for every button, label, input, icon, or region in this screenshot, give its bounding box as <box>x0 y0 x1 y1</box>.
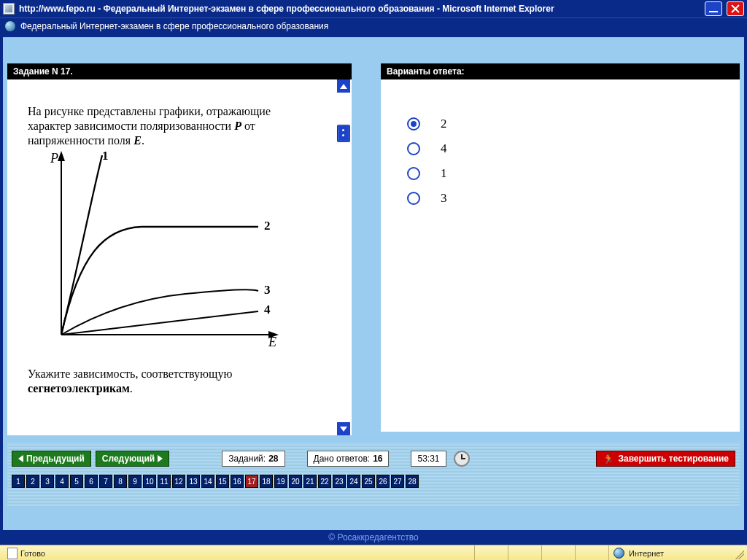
timer-value: 53:31 <box>417 454 439 464</box>
clock-icon <box>454 451 470 467</box>
finish-test-button[interactable]: 🏃 Завершить тестирование <box>596 451 735 467</box>
runner-icon: 🏃 <box>603 454 614 464</box>
close-button[interactable] <box>727 1 744 16</box>
question-nav-18[interactable]: 18 <box>260 475 273 488</box>
next-button[interactable]: Следующий <box>96 451 169 467</box>
info-button[interactable] <box>337 125 350 142</box>
question-number-row: 1234567891011121314151617181920212223242… <box>12 475 735 488</box>
next-label: Следующий <box>102 454 155 464</box>
document-icon <box>7 548 18 559</box>
question-nav-12[interactable]: 12 <box>172 475 185 488</box>
total-tasks-label: Заданий: <box>228 454 266 464</box>
question-nav-2[interactable]: 2 <box>26 475 39 488</box>
prev-label: Предыдущий <box>26 454 85 464</box>
total-tasks-box: Заданий: 28 <box>222 451 285 467</box>
graph-figure: P E 4 3 2 1 <box>39 151 280 348</box>
question-nav-23[interactable]: 23 <box>333 475 346 488</box>
answers-list: 2413 <box>381 79 740 211</box>
question-nav-24[interactable]: 24 <box>347 475 360 488</box>
question-nav-7[interactable]: 7 <box>99 475 112 488</box>
question-nav-15[interactable]: 15 <box>216 475 229 488</box>
question-nav-17[interactable]: 17 <box>245 475 258 488</box>
status-cell-2 <box>474 545 508 560</box>
question-followup: Укажите зависимость, соответствующую сег… <box>7 351 337 396</box>
question-nav-3[interactable]: 3 <box>41 475 54 488</box>
answer-label: 2 <box>441 117 447 131</box>
status-cell-3 <box>508 545 541 560</box>
status-zone-cell: Интернет <box>608 545 732 560</box>
curve-3-label: 3 <box>264 283 271 297</box>
scroll-down-button[interactable] <box>337 422 350 435</box>
question-nav-6[interactable]: 6 <box>85 475 98 488</box>
question-nav-4[interactable]: 4 <box>55 475 69 488</box>
zone-label: Интернет <box>629 549 664 558</box>
question-body: На рисунке представлены графики, отражаю… <box>7 79 337 435</box>
curve-2-label: 2 <box>264 219 271 233</box>
answer-label: 1 <box>441 166 447 181</box>
y-axis-label: P <box>50 151 58 166</box>
symbol-E: E <box>133 134 142 147</box>
total-tasks-value: 28 <box>268 454 278 464</box>
answer-label: 4 <box>441 141 447 156</box>
ie-page-icon <box>3 3 15 15</box>
radio-icon[interactable] <box>407 167 420 180</box>
answer-option[interactable]: 3 <box>407 186 732 211</box>
question-nav-11[interactable]: 11 <box>158 475 171 488</box>
question-nav-10[interactable]: 10 <box>143 475 156 488</box>
question-nav-19[interactable]: 19 <box>274 475 287 488</box>
question-nav-21[interactable]: 21 <box>303 475 317 488</box>
internet-zone-icon <box>614 548 624 559</box>
radio-icon[interactable] <box>407 117 420 131</box>
question-nav-1[interactable]: 1 <box>12 475 25 488</box>
question-nav-20[interactable]: 20 <box>289 475 302 488</box>
curve-4-label: 4 <box>264 303 271 316</box>
followup-tail: . <box>130 382 133 394</box>
question-nav-8[interactable]: 8 <box>114 475 127 488</box>
question-nav-22[interactable]: 22 <box>318 475 331 488</box>
resize-grip-icon[interactable] <box>732 548 744 559</box>
answer-option[interactable]: 4 <box>407 136 732 161</box>
globe-icon <box>4 20 16 32</box>
question-header: Задание N 17. <box>7 63 352 79</box>
status-cell-5 <box>575 545 608 560</box>
svg-line-4 <box>61 311 258 335</box>
question-nav-25[interactable]: 25 <box>362 475 375 488</box>
question-text-tail: . <box>142 134 144 147</box>
question-nav-27[interactable]: 27 <box>391 475 404 488</box>
question-nav-16[interactable]: 16 <box>231 475 244 488</box>
answer-option[interactable]: 2 <box>407 112 732 136</box>
question-nav-5[interactable]: 5 <box>70 475 83 488</box>
answered-box: Дано ответов: 16 <box>307 451 390 467</box>
prev-button[interactable]: Предыдущий <box>12 451 91 467</box>
question-nav-13[interactable]: 13 <box>187 475 200 488</box>
answer-option[interactable]: 1 <box>407 161 732 186</box>
chevron-left-icon <box>18 455 23 462</box>
scroll-up-button[interactable] <box>337 79 350 93</box>
minimize-button[interactable] <box>705 1 722 16</box>
answered-label: Дано ответов: <box>314 454 371 464</box>
status-ready-cell: Готово <box>3 545 474 560</box>
status-bar: Готово Интернет <box>0 545 747 560</box>
radio-icon[interactable] <box>407 192 420 205</box>
answered-value: 16 <box>373 454 382 464</box>
answers-panel: Варианты ответа: 2413 <box>381 63 740 432</box>
svg-marker-1 <box>58 151 65 161</box>
radio-icon[interactable] <box>407 142 420 155</box>
question-nav-14[interactable]: 14 <box>201 475 214 488</box>
question-panel: Задание N 17. На рисунке представлены гр… <box>7 63 352 435</box>
controls-row: Предыдущий Следующий Заданий: 28 Дано от… <box>7 450 740 467</box>
x-axis-label: E <box>268 335 276 348</box>
chevron-right-icon <box>158 455 163 462</box>
followup-lead: Укажите зависимость, соответствующую <box>28 368 232 380</box>
question-text: На рисунке представлены графики, отражаю… <box>7 79 337 148</box>
tab-label[interactable]: Федеральный Интернет-экзамен в сфере про… <box>20 21 328 31</box>
workarea: Задание N 17. На рисунке представлены гр… <box>7 63 740 435</box>
question-nav-9[interactable]: 9 <box>128 475 142 488</box>
answer-label: 3 <box>441 191 447 206</box>
followup-bold: сегнетоэлектрикам <box>28 382 130 394</box>
footer-credit: © Росаккредагентство <box>3 530 744 545</box>
question-nav-26[interactable]: 26 <box>376 475 390 488</box>
finish-label: Завершить тестирование <box>618 454 729 464</box>
question-nav-28[interactable]: 28 <box>406 475 419 488</box>
answers-header: Варианты ответа: <box>381 63 740 79</box>
